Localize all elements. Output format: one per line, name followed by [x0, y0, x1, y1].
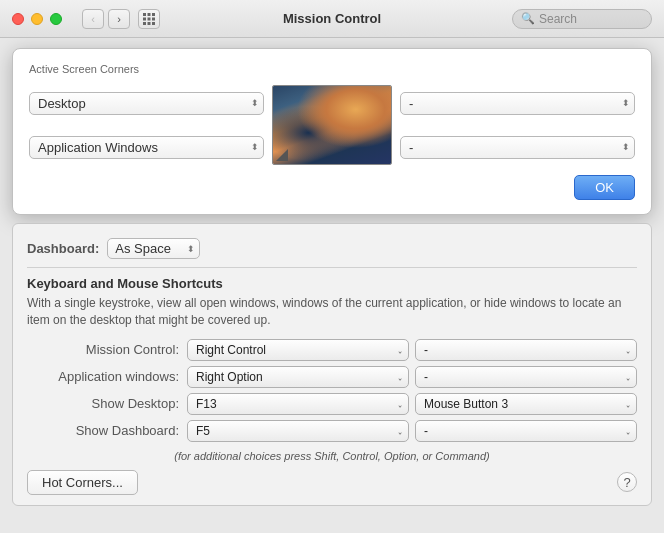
dashboard-select[interactable]: As Space As Overlay Off — [107, 238, 200, 259]
svg-rect-2 — [152, 13, 155, 16]
app-windows-secondary-select[interactable]: - Mouse Button 3 Mouse Button 4 Mouse Bu… — [415, 366, 637, 388]
dashboard-label: Dashboard: — [27, 241, 99, 256]
mission-control-secondary-wrapper: - Mouse Button 3 Mouse Button 4 Mouse Bu… — [415, 339, 637, 361]
app-windows-primary-wrapper: Right Option Left Control Right Control … — [187, 366, 409, 388]
show-dashboard-secondary-wrapper: - Mouse Button 3 Mouse Button 4 Mouse Bu… — [415, 420, 637, 442]
show-desktop-selects: F13 F14 F15 - Mouse Button 3 - Mouse But… — [187, 393, 637, 415]
active-screen-corners-panel: Active Screen Corners Desktop Mission Co… — [12, 48, 652, 215]
dashboard-row: Dashboard: As Space As Overlay Off — [27, 234, 637, 268]
bottom-left-corner-select[interactable]: Application Windows Mission Control Desk… — [29, 136, 264, 159]
mission-control-primary-select[interactable]: Right Control Left Control Right Option … — [187, 339, 409, 361]
traffic-lights — [12, 13, 62, 25]
forward-button[interactable]: › — [108, 9, 130, 29]
ok-row: OK — [29, 175, 635, 200]
mission-control-row: Mission Control: Right Control Left Cont… — [27, 339, 637, 361]
show-desktop-label: Show Desktop: — [27, 396, 187, 411]
app-windows-label: Application windows: — [27, 369, 187, 384]
top-left-corner-wrapper: Desktop Mission Control Application Wind… — [29, 92, 264, 115]
app-windows-row: Application windows: Right Option Left C… — [27, 366, 637, 388]
show-dashboard-primary-select[interactable]: F5 F12 - — [187, 420, 409, 442]
shortcuts-list: Mission Control: Right Control Left Cont… — [27, 339, 637, 442]
window-title: Mission Control — [283, 11, 381, 26]
ok-button[interactable]: OK — [574, 175, 635, 200]
corner-preview-image — [272, 85, 392, 165]
title-bar: ‹ › Mission Control 🔍 Search — [0, 0, 664, 38]
show-dashboard-selects: F5 F12 - - Mouse Button 3 Mouse Button 4… — [187, 420, 637, 442]
show-desktop-primary-wrapper: F13 F14 F15 - — [187, 393, 409, 415]
svg-rect-7 — [148, 22, 151, 25]
show-desktop-primary-select[interactable]: F13 F14 F15 - — [187, 393, 409, 415]
shortcuts-section-title: Keyboard and Mouse Shortcuts — [27, 276, 637, 291]
svg-rect-5 — [152, 17, 155, 20]
svg-rect-0 — [143, 13, 146, 16]
search-box[interactable]: 🔍 Search — [512, 9, 652, 29]
minimize-button[interactable] — [31, 13, 43, 25]
grid-button[interactable] — [138, 9, 160, 29]
corners-grid: Desktop Mission Control Application Wind… — [29, 85, 635, 165]
show-dashboard-primary-wrapper: F5 F12 - — [187, 420, 409, 442]
app-windows-primary-select[interactable]: Right Option Left Control Right Control … — [187, 366, 409, 388]
svg-rect-8 — [152, 22, 155, 25]
app-windows-selects: Right Option Left Control Right Control … — [187, 366, 637, 388]
top-right-corner-select[interactable]: - Mission Control Application Windows De… — [400, 92, 635, 115]
navigation-buttons: ‹ › — [82, 9, 130, 29]
bottom-left-corner-wrapper: Application Windows Mission Control Desk… — [29, 136, 264, 159]
show-dashboard-secondary-select[interactable]: - Mouse Button 3 Mouse Button 4 Mouse Bu… — [415, 420, 637, 442]
shortcuts-description: With a single keystroke, view all open w… — [27, 295, 637, 329]
svg-rect-1 — [148, 13, 151, 16]
dashboard-select-wrapper: As Space As Overlay Off — [107, 238, 200, 259]
show-dashboard-row: Show Dashboard: F5 F12 - - Mouse Button … — [27, 420, 637, 442]
mission-control-primary-wrapper: Right Control Left Control Right Option … — [187, 339, 409, 361]
show-desktop-row: Show Desktop: F13 F14 F15 - Mouse Button… — [27, 393, 637, 415]
svg-rect-4 — [148, 17, 151, 20]
top-right-corner-wrapper: - Mission Control Application Windows De… — [400, 92, 635, 115]
shortcuts-note: (for additional choices press Shift, Con… — [27, 450, 637, 462]
shortcuts-panel: Dashboard: As Space As Overlay Off Keybo… — [12, 223, 652, 506]
top-left-corner-select[interactable]: Desktop Mission Control Application Wind… — [29, 92, 264, 115]
bottom-bar: Hot Corners... ? — [27, 470, 637, 495]
close-button[interactable] — [12, 13, 24, 25]
mission-control-label: Mission Control: — [27, 342, 187, 357]
show-desktop-secondary-wrapper: Mouse Button 3 - Mouse Button 4 Mouse Bu… — [415, 393, 637, 415]
bottom-right-corner-select[interactable]: - Mission Control Application Windows De… — [400, 136, 635, 159]
search-icon: 🔍 — [521, 12, 535, 25]
svg-rect-6 — [143, 22, 146, 25]
main-content: Active Screen Corners Desktop Mission Co… — [0, 38, 664, 516]
corner-arrow-icon — [276, 149, 288, 161]
help-button[interactable]: ? — [617, 472, 637, 492]
screen-corners-title: Active Screen Corners — [29, 63, 635, 75]
mission-control-selects: Right Control Left Control Right Option … — [187, 339, 637, 361]
mission-control-secondary-select[interactable]: - Mouse Button 3 Mouse Button 4 Mouse Bu… — [415, 339, 637, 361]
hot-corners-button[interactable]: Hot Corners... — [27, 470, 138, 495]
bottom-right-corner-wrapper: - Mission Control Application Windows De… — [400, 136, 635, 159]
svg-rect-3 — [143, 17, 146, 20]
search-placeholder: Search — [539, 12, 577, 26]
app-windows-secondary-wrapper: - Mouse Button 3 Mouse Button 4 Mouse Bu… — [415, 366, 637, 388]
show-desktop-secondary-select[interactable]: Mouse Button 3 - Mouse Button 4 Mouse Bu… — [415, 393, 637, 415]
maximize-button[interactable] — [50, 13, 62, 25]
back-button[interactable]: ‹ — [82, 9, 104, 29]
show-dashboard-label: Show Dashboard: — [27, 423, 187, 438]
